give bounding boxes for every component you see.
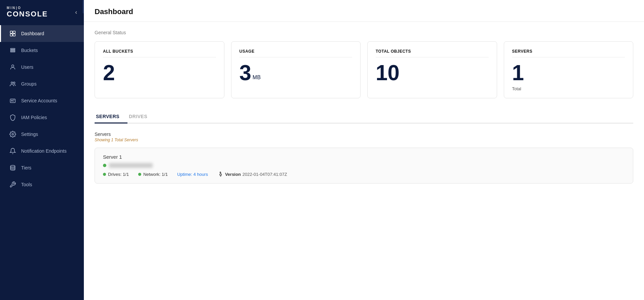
sidebar-item-users[interactable]: Users — [0, 59, 84, 76]
service-accounts-icon — [9, 97, 16, 104]
stat-label-servers: SERVERS — [512, 49, 625, 57]
version-icon — [217, 171, 223, 177]
sidebar-item-label-buckets: Buckets — [21, 48, 38, 53]
svg-point-12 — [12, 134, 14, 135]
stat-label-usage: USAGE — [239, 49, 353, 57]
sidebar-item-tools[interactable]: Tools — [0, 176, 84, 193]
groups-icon — [9, 80, 16, 88]
svg-point-15 — [220, 172, 221, 173]
stat-card-servers: SERVERS 1 Total — [504, 41, 634, 98]
stat-label-all-buckets: ALL BUCKETS — [103, 49, 216, 57]
stat-label-total-objects: TOTAL OBJECTS — [376, 49, 489, 57]
server-network-label: Network: 1/1 — [143, 172, 168, 177]
sidebar-item-label-iam-policies: IAM Policies — [21, 115, 47, 120]
server-details: Drives: 1/1 Network: 1/1 Uptime: 4 hours… — [103, 171, 625, 177]
sidebar-item-groups[interactable]: Groups — [0, 76, 84, 92]
notification-endpoints-icon — [9, 147, 16, 155]
svg-rect-4 — [10, 48, 15, 49]
svg-rect-6 — [10, 51, 15, 52]
iam-policies-icon — [9, 114, 16, 121]
sidebar-item-settings[interactable]: Settings — [0, 126, 84, 143]
general-status-label: General Status — [95, 30, 633, 35]
version-label: Version — [225, 172, 241, 177]
tools-icon — [9, 181, 16, 188]
nav-items: Dashboard Buckets Users — [0, 22, 84, 300]
stat-number-usage: 3 — [239, 62, 252, 84]
svg-rect-1 — [13, 31, 15, 34]
sidebar-item-tiers[interactable]: Tiers — [0, 159, 84, 176]
server-ip-blurred — [109, 163, 153, 168]
sidebar-logo: MIN|O CONSOLE ‹ — [0, 0, 84, 22]
sidebar-item-label-notification-endpoints: Notification Endpoints — [21, 148, 66, 154]
sidebar-item-dashboard[interactable]: Dashboard — [0, 25, 84, 42]
server-network: Network: 1/1 — [138, 172, 168, 177]
tab-servers[interactable]: SERVERS — [95, 110, 127, 123]
sidebar-item-label-users: Users — [21, 64, 34, 70]
svg-rect-5 — [10, 50, 15, 51]
dashboard-icon — [9, 30, 16, 37]
svg-point-14 — [10, 165, 15, 167]
servers-section-header: Servers Showing 1 Total Servers — [95, 132, 633, 142]
server-drives-label: Drives: 1/1 — [108, 172, 129, 177]
stat-number-total-objects: 10 — [376, 62, 399, 84]
settings-icon — [9, 131, 16, 138]
server-name: Server 1 — [103, 154, 625, 160]
stat-number-servers: 1 — [512, 62, 524, 84]
svg-rect-2 — [10, 34, 13, 36]
page-header: Dashboard — [84, 0, 644, 22]
server-drives: Drives: 1/1 — [103, 172, 129, 177]
stat-value-all-buckets: 2 — [103, 62, 216, 84]
logo-console: CONSOLE — [7, 10, 48, 18]
server-uptime-label: Uptime: 4 hours — [177, 172, 208, 177]
stat-value-total-objects: 10 — [376, 62, 489, 84]
sidebar-item-label-service-accounts: Service Accounts — [21, 98, 57, 103]
drives-status-dot — [103, 173, 106, 176]
stat-cards: ALL BUCKETS 2 USAGE 3 MB TOTAL OBJECTS 1… — [95, 41, 633, 98]
server-version: Version 2022-01-04T07:41:07Z — [217, 171, 287, 177]
version-value: 2022-01-04T07:41:07Z — [243, 172, 287, 177]
logo-text: MIN|O CONSOLE — [7, 6, 48, 18]
server-ip-row — [103, 163, 625, 168]
stat-card-all-buckets: ALL BUCKETS 2 — [95, 41, 224, 98]
stat-value-usage: 3 MB — [239, 62, 353, 84]
svg-point-11 — [11, 100, 12, 101]
stat-sub-servers: Total — [512, 86, 625, 91]
svg-point-9 — [13, 82, 15, 84]
server-uptime: Uptime: 4 hours — [177, 172, 208, 177]
buckets-icon — [9, 47, 16, 54]
server-status-dot — [103, 164, 106, 167]
svg-rect-10 — [10, 99, 15, 103]
svg-rect-3 — [13, 34, 15, 36]
sidebar-item-notification-endpoints[interactable]: Notification Endpoints — [0, 143, 84, 159]
svg-point-8 — [11, 82, 13, 84]
server-card-1: Server 1 Drives: 1/1 Network: 1/1 Uptime… — [95, 148, 633, 184]
sidebar-item-label-groups: Groups — [21, 81, 37, 87]
sidebar-scrollbar — [83, 0, 84, 13]
sidebar-item-iam-policies[interactable]: IAM Policies — [0, 109, 84, 126]
sidebar-item-label-tiers: Tiers — [21, 165, 32, 170]
network-status-dot — [138, 173, 141, 176]
servers-subtitle: Showing 1 Total Servers — [95, 138, 633, 142]
stat-card-total-objects: TOTAL OBJECTS 10 — [367, 41, 497, 98]
stat-unit-usage: MB — [253, 75, 261, 80]
servers-title: Servers — [95, 132, 633, 137]
main-content: Dashboard General Status ALL BUCKETS 2 U… — [84, 0, 644, 300]
sidebar-item-label-dashboard: Dashboard — [21, 31, 44, 36]
sidebar-item-buckets[interactable]: Buckets — [0, 42, 84, 59]
stat-number-all-buckets: 2 — [103, 62, 115, 84]
sidebar-collapse-button[interactable]: ‹ — [75, 9, 77, 16]
stat-card-usage: USAGE 3 MB — [231, 41, 361, 98]
tab-drives[interactable]: DRIVES — [127, 110, 155, 123]
page-title: Dashboard — [95, 7, 633, 16]
content-area: General Status ALL BUCKETS 2 USAGE 3 MB … — [84, 22, 644, 300]
sidebar: MIN|O CONSOLE ‹ Dashboard — [0, 0, 84, 300]
tiers-icon — [9, 164, 16, 171]
logo-minio: MIN|O — [7, 6, 48, 10]
sidebar-item-service-accounts[interactable]: Service Accounts — [0, 92, 84, 109]
sidebar-item-label-settings: Settings — [21, 132, 38, 137]
sidebar-item-label-tools: Tools — [21, 182, 32, 187]
stat-value-servers: 1 — [512, 62, 625, 84]
users-icon — [9, 63, 16, 71]
tabs-bar: SERVERS DRIVES — [95, 110, 633, 123]
svg-point-7 — [12, 65, 14, 67]
